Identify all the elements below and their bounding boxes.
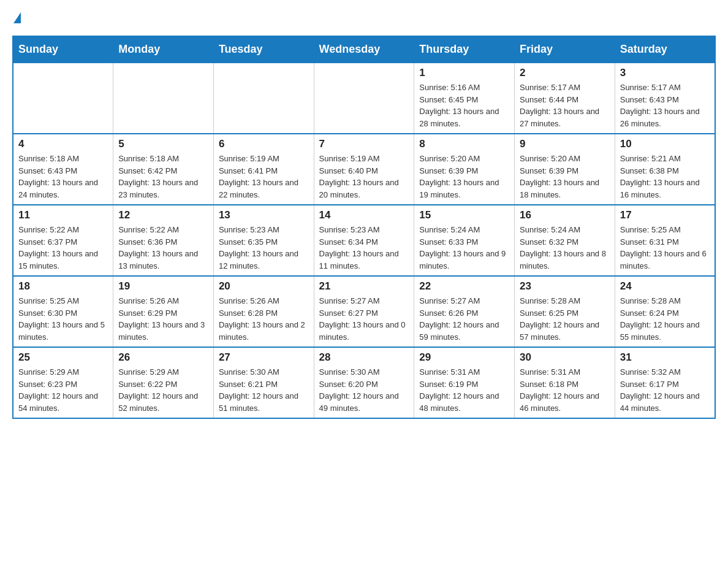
day-number: 29 (419, 351, 509, 364)
calendar-week-row: 4Sunrise: 5:18 AMSunset: 6:43 PMDaylight… (13, 134, 715, 205)
day-number: 24 (620, 280, 710, 293)
day-info: Sunrise: 5:32 AMSunset: 6:17 PMDaylight:… (620, 366, 710, 414)
day-info: Sunrise: 5:17 AMSunset: 6:44 PMDaylight:… (520, 82, 610, 129)
day-info: Sunrise: 5:29 AMSunset: 6:23 PMDaylight:… (18, 366, 108, 414)
day-info: Sunrise: 5:19 AMSunset: 6:40 PMDaylight:… (319, 153, 409, 201)
day-info: Sunrise: 5:28 AMSunset: 6:24 PMDaylight:… (620, 295, 710, 343)
day-info: Sunrise: 5:25 AMSunset: 6:30 PMDaylight:… (18, 295, 108, 343)
day-number: 22 (419, 280, 509, 293)
day-number: 13 (219, 209, 309, 221)
calendar-cell: 25Sunrise: 5:29 AMSunset: 6:23 PMDayligh… (13, 347, 113, 418)
calendar-cell: 24Sunrise: 5:28 AMSunset: 6:24 PMDayligh… (615, 276, 715, 347)
calendar-cell: 1Sunrise: 5:16 AMSunset: 6:45 PMDaylight… (414, 63, 515, 134)
day-number: 14 (319, 209, 409, 221)
day-number: 19 (118, 280, 208, 293)
calendar-header-saturday: Saturday (615, 36, 715, 63)
day-number: 9 (520, 138, 610, 150)
calendar-cell: 27Sunrise: 5:30 AMSunset: 6:21 PMDayligh… (213, 347, 314, 418)
calendar-header-tuesday: Tuesday (213, 36, 314, 63)
day-info: Sunrise: 5:22 AMSunset: 6:36 PMDaylight:… (118, 224, 208, 272)
day-number: 18 (18, 280, 108, 293)
day-info: Sunrise: 5:28 AMSunset: 6:25 PMDaylight:… (520, 295, 610, 343)
day-number: 2 (520, 67, 610, 79)
calendar-cell: 20Sunrise: 5:26 AMSunset: 6:28 PMDayligh… (213, 276, 314, 347)
day-number: 8 (419, 138, 509, 150)
logo (12, 12, 25, 23)
day-info: Sunrise: 5:26 AMSunset: 6:29 PMDaylight:… (118, 295, 208, 343)
calendar-cell (314, 63, 414, 134)
calendar-cell: 21Sunrise: 5:27 AMSunset: 6:27 PMDayligh… (314, 276, 414, 347)
day-info: Sunrise: 5:19 AMSunset: 6:41 PMDaylight:… (219, 153, 309, 201)
day-info: Sunrise: 5:25 AMSunset: 6:31 PMDaylight:… (620, 224, 710, 272)
day-info: Sunrise: 5:23 AMSunset: 6:35 PMDaylight:… (219, 224, 309, 272)
calendar-cell: 31Sunrise: 5:32 AMSunset: 6:17 PMDayligh… (615, 347, 715, 418)
day-info: Sunrise: 5:17 AMSunset: 6:43 PMDaylight:… (620, 82, 710, 129)
calendar-cell: 3Sunrise: 5:17 AMSunset: 6:43 PMDaylight… (615, 63, 715, 134)
calendar-cell (113, 63, 214, 134)
calendar-cell: 12Sunrise: 5:22 AMSunset: 6:36 PMDayligh… (113, 205, 214, 276)
calendar-header-wednesday: Wednesday (314, 36, 414, 63)
calendar-cell: 18Sunrise: 5:25 AMSunset: 6:30 PMDayligh… (13, 276, 113, 347)
calendar-cell: 4Sunrise: 5:18 AMSunset: 6:43 PMDaylight… (13, 134, 113, 205)
page-header (12, 12, 716, 23)
calendar-cell: 15Sunrise: 5:24 AMSunset: 6:33 PMDayligh… (414, 205, 515, 276)
calendar-cell: 19Sunrise: 5:26 AMSunset: 6:29 PMDayligh… (113, 276, 214, 347)
calendar-cell: 16Sunrise: 5:24 AMSunset: 6:32 PMDayligh… (515, 205, 615, 276)
day-number: 21 (319, 280, 409, 293)
calendar-cell: 22Sunrise: 5:27 AMSunset: 6:26 PMDayligh… (414, 276, 515, 347)
day-info: Sunrise: 5:20 AMSunset: 6:39 PMDaylight:… (520, 153, 610, 201)
calendar-cell: 29Sunrise: 5:31 AMSunset: 6:19 PMDayligh… (414, 347, 515, 418)
day-number: 16 (520, 209, 610, 221)
calendar-header-monday: Monday (113, 36, 214, 63)
day-number: 26 (118, 351, 208, 364)
calendar-cell: 14Sunrise: 5:23 AMSunset: 6:34 PMDayligh… (314, 205, 414, 276)
day-info: Sunrise: 5:20 AMSunset: 6:39 PMDaylight:… (419, 153, 509, 201)
day-info: Sunrise: 5:18 AMSunset: 6:42 PMDaylight:… (118, 153, 208, 201)
calendar-table: SundayMondayTuesdayWednesdayThursdayFrid… (12, 36, 716, 419)
calendar-cell: 10Sunrise: 5:21 AMSunset: 6:38 PMDayligh… (615, 134, 715, 205)
calendar-week-row: 11Sunrise: 5:22 AMSunset: 6:37 PMDayligh… (13, 205, 715, 276)
day-number: 20 (219, 280, 309, 293)
day-number: 27 (219, 351, 309, 364)
day-number: 5 (118, 138, 208, 150)
calendar-cell: 8Sunrise: 5:20 AMSunset: 6:39 PMDaylight… (414, 134, 515, 205)
day-info: Sunrise: 5:31 AMSunset: 6:19 PMDaylight:… (419, 366, 509, 414)
calendar-cell: 11Sunrise: 5:22 AMSunset: 6:37 PMDayligh… (13, 205, 113, 276)
day-number: 1 (419, 67, 509, 79)
day-info: Sunrise: 5:27 AMSunset: 6:26 PMDaylight:… (419, 295, 509, 343)
day-number: 25 (18, 351, 108, 364)
day-number: 17 (620, 209, 710, 221)
calendar-cell: 13Sunrise: 5:23 AMSunset: 6:35 PMDayligh… (213, 205, 314, 276)
calendar-header-thursday: Thursday (414, 36, 515, 63)
day-number: 31 (620, 351, 710, 364)
day-number: 15 (419, 209, 509, 221)
calendar-cell: 26Sunrise: 5:29 AMSunset: 6:22 PMDayligh… (113, 347, 214, 418)
day-info: Sunrise: 5:18 AMSunset: 6:43 PMDaylight:… (18, 153, 108, 201)
calendar-cell: 28Sunrise: 5:30 AMSunset: 6:20 PMDayligh… (314, 347, 414, 418)
day-number: 28 (319, 351, 409, 364)
day-number: 30 (520, 351, 610, 364)
calendar-cell: 9Sunrise: 5:20 AMSunset: 6:39 PMDaylight… (515, 134, 615, 205)
calendar-header-sunday: Sunday (13, 36, 113, 63)
calendar-cell: 17Sunrise: 5:25 AMSunset: 6:31 PMDayligh… (615, 205, 715, 276)
logo-triangle-icon (13, 12, 21, 23)
day-info: Sunrise: 5:31 AMSunset: 6:18 PMDaylight:… (520, 366, 610, 414)
day-info: Sunrise: 5:26 AMSunset: 6:28 PMDaylight:… (219, 295, 309, 343)
calendar-cell: 23Sunrise: 5:28 AMSunset: 6:25 PMDayligh… (515, 276, 615, 347)
calendar-cell: 30Sunrise: 5:31 AMSunset: 6:18 PMDayligh… (515, 347, 615, 418)
calendar-week-row: 18Sunrise: 5:25 AMSunset: 6:30 PMDayligh… (13, 276, 715, 347)
day-number: 6 (219, 138, 309, 150)
day-info: Sunrise: 5:24 AMSunset: 6:33 PMDaylight:… (419, 224, 509, 272)
calendar-cell: 2Sunrise: 5:17 AMSunset: 6:44 PMDaylight… (515, 63, 615, 134)
day-info: Sunrise: 5:24 AMSunset: 6:32 PMDaylight:… (520, 224, 610, 272)
calendar-cell (213, 63, 314, 134)
day-number: 7 (319, 138, 409, 150)
calendar-header-row: SundayMondayTuesdayWednesdayThursdayFrid… (13, 36, 715, 63)
calendar-header-friday: Friday (515, 36, 615, 63)
day-number: 11 (18, 209, 108, 221)
day-number: 10 (620, 138, 710, 150)
day-info: Sunrise: 5:30 AMSunset: 6:20 PMDaylight:… (319, 366, 409, 414)
day-info: Sunrise: 5:27 AMSunset: 6:27 PMDaylight:… (319, 295, 409, 343)
calendar-cell: 7Sunrise: 5:19 AMSunset: 6:40 PMDaylight… (314, 134, 414, 205)
calendar-cell (13, 63, 113, 134)
